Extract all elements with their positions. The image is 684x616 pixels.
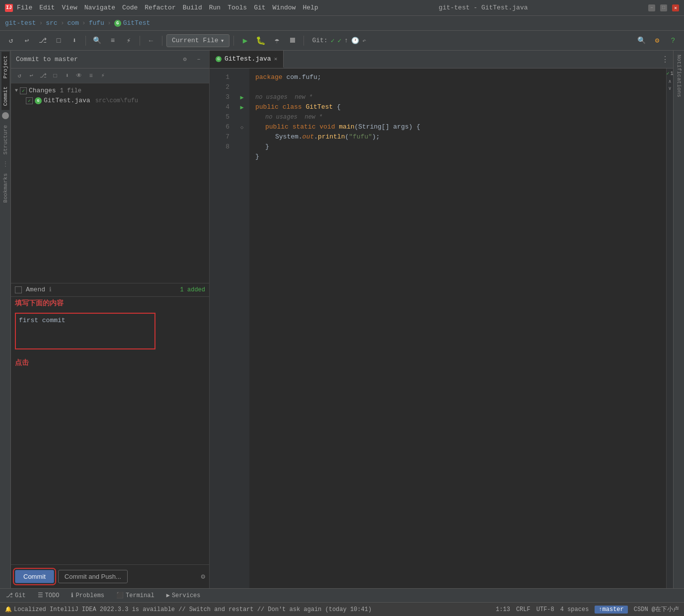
toolbar-list-btn[interactable]: ≡: [106, 34, 120, 48]
breadcrumb-fufu[interactable]: fufu: [89, 19, 104, 27]
charset[interactable]: UTF-8: [536, 606, 554, 613]
git-branch[interactable]: ↑master: [595, 606, 627, 614]
git-push-icon[interactable]: ↑: [344, 37, 348, 44]
amend-help-icon[interactable]: ℹ: [49, 286, 52, 293]
added-badge: 1 added: [180, 286, 205, 293]
toolbar-settings-btn[interactable]: ⚙: [650, 34, 664, 48]
archive-btn[interactable]: ⬇: [62, 70, 73, 81]
bottom-tab-todo[interactable]: ☰ TODO: [36, 589, 62, 602]
toolbar-right: 🔍 ⚙ ?: [634, 34, 680, 48]
commit-and-push-button[interactable]: Commit and Push...: [58, 570, 128, 583]
menu-build[interactable]: Build: [183, 4, 202, 11]
toolbar-help-btn[interactable]: ?: [666, 34, 680, 48]
right-gutter: ✓ 1 ∧ ∨: [666, 68, 673, 588]
commit-settings-btn[interactable]: ⚙: [179, 54, 190, 65]
editor-tab-gittest[interactable]: G GitTest.java ✕: [210, 51, 284, 68]
sidebar-tab-bookmarks[interactable]: Bookmarks: [1, 169, 9, 206]
group-btn[interactable]: ⚡: [97, 70, 108, 81]
minimize-button[interactable]: –: [648, 4, 655, 11]
status-right: 1:13 CRLF UTF-8 4 spaces ↑master CSDN @在…: [496, 605, 679, 614]
fold-icon-6[interactable]: ◇: [240, 124, 244, 131]
commit-gear-icon[interactable]: ⚙: [201, 572, 205, 581]
breadcrumb-src[interactable]: src: [46, 19, 57, 27]
services-tab-label: Services: [172, 592, 201, 599]
refresh-changes-btn[interactable]: ↺: [14, 70, 25, 81]
gutter-4: ▶: [234, 102, 249, 112]
toolbar-undo-btn[interactable]: ↩: [20, 34, 34, 48]
bottom-tab-git[interactable]: ⎇ Git: [4, 589, 28, 602]
menu-navigate[interactable]: Navigate: [84, 4, 115, 11]
menu-window[interactable]: Window: [273, 4, 296, 11]
chevron-up-icon[interactable]: ∧: [668, 78, 671, 84]
run-gutter-icon-4[interactable]: ▶: [240, 104, 243, 111]
current-file-label: Current File: [172, 37, 219, 44]
toolbar-split-btn[interactable]: ⚡: [122, 34, 136, 48]
file-item-gittest[interactable]: ✓ G GitTest.java src\com\fufu: [11, 96, 209, 105]
toolbar-search-everywhere-btn[interactable]: 🔍: [634, 34, 648, 48]
commit-minimize-btn[interactable]: –: [193, 54, 204, 65]
close-button[interactable]: ✕: [672, 4, 679, 11]
coverage-button[interactable]: ☂: [270, 34, 284, 48]
menu-edit[interactable]: Edit: [39, 4, 55, 11]
sidebar-tab-structure[interactable]: Structure: [1, 121, 9, 158]
tab-overflow-icon[interactable]: ⋮: [661, 55, 669, 65]
changes-file-count: 1 file: [60, 87, 81, 94]
sidebar-tab-commit[interactable]: Commit: [1, 82, 9, 110]
cursor-position[interactable]: 1:13: [496, 606, 510, 613]
bottom-tab-problems[interactable]: ℹ Problems: [69, 589, 106, 602]
indent[interactable]: 4 spaces: [560, 606, 589, 613]
changes-checkbox[interactable]: ✓: [20, 87, 27, 94]
vcs-icon: [2, 112, 9, 119]
window-controls[interactable]: – □ ✕: [648, 4, 679, 11]
git-history-icon[interactable]: 🕐: [351, 37, 359, 45]
breadcrumb-com[interactable]: com: [67, 19, 78, 27]
menu-view[interactable]: View: [62, 4, 77, 11]
debug-button[interactable]: 🐛: [254, 34, 268, 48]
editor-tab-actions: ⋮: [657, 51, 673, 68]
code-line-3: public class GitTest {: [255, 102, 660, 112]
view-options-btn[interactable]: 👁: [74, 70, 84, 81]
menu-code[interactable]: Code: [122, 4, 138, 11]
scroll-markers: ∧ ∨: [668, 78, 671, 91]
menu-run[interactable]: Run: [209, 4, 221, 11]
commit-message-area: first commit: [11, 310, 209, 354]
main-content: Project Commit Structure ⋮ Bookmarks Com…: [0, 51, 684, 588]
run-gutter-icon-3[interactable]: ▶: [240, 94, 243, 101]
chevron-down-icon: ▾: [221, 37, 225, 45]
toolbar-vcs-btn[interactable]: ⎇: [36, 34, 50, 48]
move-btn[interactable]: ⎇: [38, 70, 49, 81]
breadcrumb-gittest[interactable]: GitTest: [123, 19, 151, 27]
tab-close-icon[interactable]: ✕: [274, 56, 278, 62]
rollback-btn[interactable]: ↩: [26, 70, 37, 81]
menu-refactor[interactable]: Refactor: [145, 4, 175, 11]
toolbar-download-btn[interactable]: ⬇: [68, 34, 81, 48]
maximize-button[interactable]: □: [660, 4, 667, 11]
chevron-down-icon[interactable]: ∨: [668, 85, 671, 91]
toolbar-arrow-left-btn[interactable]: ←: [144, 34, 158, 48]
bottom-tab-terminal[interactable]: ⬛ Terminal: [114, 589, 156, 602]
toolbar-refresh-btn[interactable]: ↺: [4, 34, 18, 48]
sidebar-tab-project[interactable]: Project: [1, 52, 9, 82]
file-checkbox[interactable]: ✓: [26, 97, 33, 104]
commit-button[interactable]: Commit: [15, 570, 54, 583]
commit-message-input[interactable]: first commit: [15, 313, 155, 349]
breadcrumb-project[interactable]: git-test: [5, 19, 36, 27]
notifications-label[interactable]: Notifications: [676, 55, 682, 97]
changes-section[interactable]: ▼ ✓ Changes 1 file: [11, 85, 209, 96]
amend-checkbox[interactable]: [15, 286, 22, 293]
expand-btn[interactable]: □: [50, 70, 61, 81]
bottom-tab-services[interactable]: ▶ Services: [164, 589, 203, 602]
sort-btn[interactable]: ≡: [85, 70, 96, 81]
menu-file[interactable]: File: [17, 4, 32, 11]
run-button[interactable]: ▶: [238, 34, 252, 48]
menu-help[interactable]: Help: [303, 4, 318, 11]
line-ending[interactable]: CRLF: [516, 606, 531, 613]
menu-tools[interactable]: Tools: [228, 4, 247, 11]
menu-git[interactable]: Git: [254, 4, 265, 11]
menu-bar[interactable]: File Edit View Navigate Code Refactor Bu…: [17, 4, 318, 11]
toolbar-build-btn[interactable]: □: [52, 34, 66, 48]
git-rollback-icon[interactable]: ↶: [362, 37, 366, 45]
current-file-dropdown[interactable]: Current File ▾: [166, 34, 229, 47]
toolbar-search-btn[interactable]: 🔍: [90, 34, 104, 48]
stop-button[interactable]: ⏹: [286, 34, 300, 48]
